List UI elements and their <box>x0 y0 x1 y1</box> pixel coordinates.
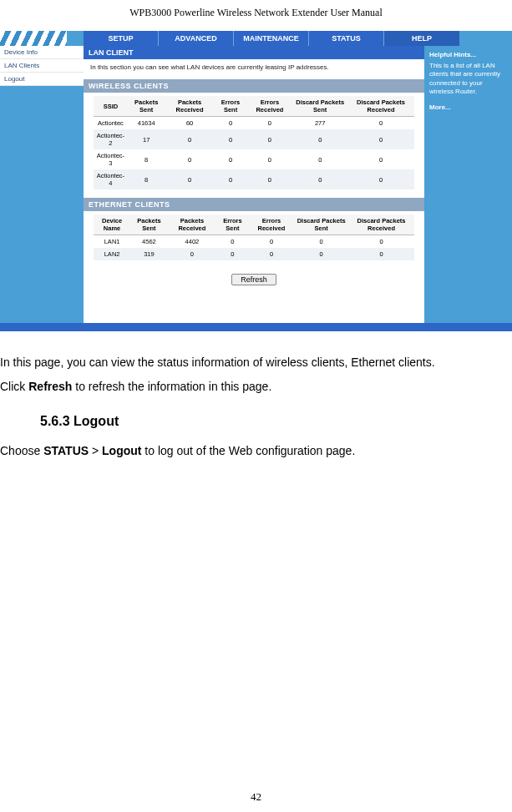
table-cell: 0 <box>165 169 214 189</box>
top-nav: SETUP ADVANCED MAINTENANCE STATUS HELP <box>84 31 459 46</box>
text: to log out of the Web configuration page… <box>141 444 355 457</box>
help-panel: Helpful Hints... This is a list of all L… <box>424 46 512 116</box>
table-cell: 0 <box>247 169 292 189</box>
col-disc-sent: Discard Packets Sent <box>292 96 347 117</box>
table-cell: 8 <box>128 149 165 169</box>
col-pkts-recv: Packets Received <box>168 214 216 235</box>
col-pkts-sent: Packets Sent <box>130 214 168 235</box>
logo-stripes <box>0 31 67 46</box>
text: > <box>89 444 102 457</box>
table-header-row: Device Name Packets Sent Packets Receive… <box>94 214 414 235</box>
table-cell: 0 <box>249 248 294 260</box>
tab-setup[interactable]: SETUP <box>84 31 159 46</box>
table-cell: 0 <box>294 235 348 249</box>
paragraph: In this page, you can view the status in… <box>0 351 512 374</box>
refresh-row: Refresh <box>84 269 424 294</box>
ethernet-clients-title: ETHERNET CLIENTS <box>84 198 424 211</box>
table-cell: 0 <box>214 129 246 149</box>
bold-logout: Logout <box>102 444 141 457</box>
paragraph: Choose STATUS > Logout to log out of the… <box>0 440 512 462</box>
table-cell: 0 <box>347 117 413 130</box>
table-cell: 60 <box>165 117 214 130</box>
table-cell: Actiontec-4 <box>94 169 127 189</box>
table-cell: 0 <box>292 169 347 189</box>
table-row: LAN1456244020000 <box>94 235 414 249</box>
table-cell: 0 <box>216 248 249 260</box>
tab-advanced[interactable]: ADVANCED <box>159 31 234 46</box>
page-number: 42 <box>0 790 512 804</box>
header-model: WPB3000 <box>129 7 171 18</box>
col-disc-recv: Discard Packets Received <box>348 214 413 235</box>
tab-help[interactable]: HELP <box>384 31 459 46</box>
table-cell: Actiontec-3 <box>94 149 127 169</box>
ethernet-clients-table: Device Name Packets Sent Packets Receive… <box>94 214 414 260</box>
footer-bar <box>0 323 512 331</box>
table-cell: 0 <box>348 248 413 260</box>
table-cell: 277 <box>292 117 347 130</box>
lan-client-desc: In this section you can see what LAN dev… <box>84 59 424 79</box>
router-screenshot: SETUP ADVANCED MAINTENANCE STATUS HELP D… <box>0 31 512 331</box>
table-row: LAN231900000 <box>94 248 414 260</box>
table-cell: 0 <box>292 149 347 169</box>
help-more-link[interactable]: More... <box>429 103 507 111</box>
table-cell: 0 <box>292 129 347 149</box>
col-err-sent: Errors Sent <box>214 96 246 117</box>
text: Choose <box>0 444 43 457</box>
col-disc-sent: Discard Packets Sent <box>294 214 348 235</box>
col-pkts-sent: Packets Sent <box>128 96 165 117</box>
text: Click <box>0 380 28 393</box>
table-cell: 319 <box>130 248 168 260</box>
table-row: Actiontec4163460002770 <box>94 117 414 130</box>
col-err-sent: Errors Sent <box>216 214 249 235</box>
table-cell: 17 <box>128 129 165 149</box>
table-row: Actiontec-4800000 <box>94 169 414 189</box>
tab-status[interactable]: STATUS <box>309 31 384 46</box>
nav-lan-clients[interactable]: LAN Clients <box>0 59 84 73</box>
table-cell: 0 <box>347 149 413 169</box>
nav-device-info[interactable]: Device Info <box>0 46 84 59</box>
table-cell: 0 <box>216 235 249 249</box>
wireless-clients-title: WIRELESS CLIENTS <box>84 79 424 93</box>
header-rest: Powerline Wireless Network Extender User… <box>171 7 383 18</box>
table-cell: 0 <box>247 129 292 149</box>
table-cell: 8 <box>128 169 165 189</box>
bold-refresh: Refresh <box>28 380 72 393</box>
table-cell: LAN2 <box>94 248 130 260</box>
document-body: In this page, you can view the status in… <box>0 331 512 461</box>
table-cell: Actiontec <box>94 117 127 130</box>
table-cell: 0 <box>249 235 294 249</box>
table-cell: 0 <box>247 149 292 169</box>
table-cell: 4562 <box>130 235 168 249</box>
table-header-row: SSID Packets Sent Packets Received Error… <box>94 96 414 117</box>
col-pkts-recv: Packets Received <box>165 96 214 117</box>
table-cell: Actiontec-2 <box>94 129 127 149</box>
tab-maintenance[interactable]: MAINTENANCE <box>234 31 309 46</box>
document-header: WPB3000 Powerline Wireless Network Exten… <box>0 0 512 23</box>
table-cell: 0 <box>165 149 214 169</box>
table-cell: 0 <box>294 248 348 260</box>
table-cell: 0 <box>214 117 246 130</box>
wireless-clients-table: SSID Packets Sent Packets Received Error… <box>94 96 414 189</box>
table-row: Actiontec-21700000 <box>94 129 414 149</box>
col-disc-recv: Discard Packets Received <box>347 96 413 117</box>
main-panel: LAN CLIENT In this section you can see w… <box>84 46 424 325</box>
col-err-recv: Errors Received <box>247 96 292 117</box>
table-cell: 0 <box>347 169 413 189</box>
table-cell: 0 <box>347 129 413 149</box>
table-cell: LAN1 <box>94 235 130 249</box>
table-cell: 4402 <box>168 235 216 249</box>
help-title: Helpful Hints... <box>429 51 507 58</box>
text: In this page, you can view the status in… <box>0 356 435 369</box>
section-heading-logout: 5.6.3 Logout <box>40 409 512 434</box>
table-cell: 41634 <box>128 117 165 130</box>
router-ui: SETUP ADVANCED MAINTENANCE STATUS HELP D… <box>0 31 512 331</box>
text: to refresh the information in this page. <box>72 380 271 393</box>
left-nav: Device Info LAN Clients Logout <box>0 46 84 86</box>
refresh-button[interactable]: Refresh <box>231 274 276 285</box>
table-row: Actiontec-3800000 <box>94 149 414 169</box>
table-cell: 0 <box>165 129 214 149</box>
table-cell: 0 <box>214 169 246 189</box>
nav-logout[interactable]: Logout <box>0 73 84 86</box>
col-device-name: Device Name <box>94 214 130 235</box>
col-err-recv: Errors Received <box>249 214 294 235</box>
